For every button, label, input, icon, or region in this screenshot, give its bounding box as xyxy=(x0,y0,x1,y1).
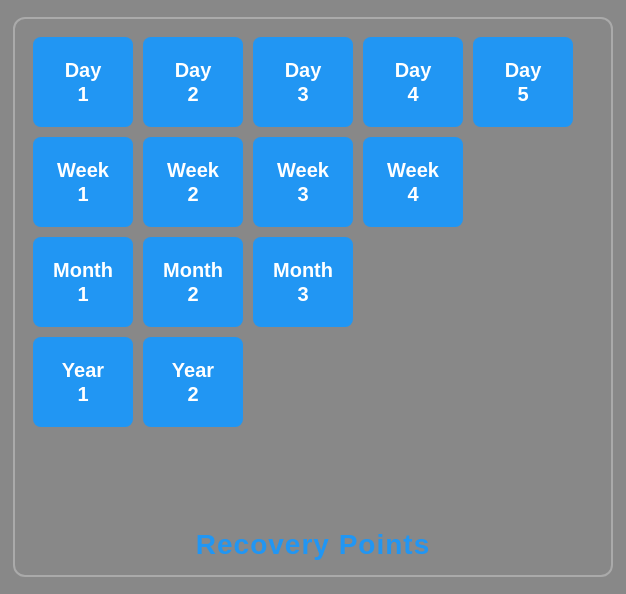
year2-tile[interactable]: Year2 xyxy=(143,337,243,427)
month2-line2: 2 xyxy=(187,282,198,306)
weeks-row: Week1Week2Week3Week4 xyxy=(33,137,593,227)
week1-line1: Week xyxy=(57,158,109,182)
year1-line1: Year xyxy=(62,358,104,382)
recovery-points-card: Day1Day2Day3Day4Day5Week1Week2Week3Week4… xyxy=(13,17,613,577)
day4-line2: 4 xyxy=(407,82,418,106)
months-row: Month1Month2Month3 xyxy=(33,237,593,327)
week1-tile[interactable]: Week1 xyxy=(33,137,133,227)
week3-line2: 3 xyxy=(297,182,308,206)
day1-line1: Day xyxy=(65,58,102,82)
day3-tile[interactable]: Day3 xyxy=(253,37,353,127)
year2-line2: 2 xyxy=(187,382,198,406)
day3-line2: 3 xyxy=(297,82,308,106)
tiles-grid: Day1Day2Day3Day4Day5Week1Week2Week3Week4… xyxy=(33,37,593,519)
day4-line1: Day xyxy=(395,58,432,82)
month2-tile[interactable]: Month2 xyxy=(143,237,243,327)
week3-line1: Week xyxy=(277,158,329,182)
day5-line2: 5 xyxy=(517,82,528,106)
day2-line2: 2 xyxy=(187,82,198,106)
day3-line1: Day xyxy=(285,58,322,82)
year2-line1: Year xyxy=(172,358,214,382)
week3-tile[interactable]: Week3 xyxy=(253,137,353,227)
week4-line1: Week xyxy=(387,158,439,182)
month3-line1: Month xyxy=(273,258,333,282)
month1-line1: Month xyxy=(53,258,113,282)
day2-tile[interactable]: Day2 xyxy=(143,37,243,127)
day5-line1: Day xyxy=(505,58,542,82)
day5-tile[interactable]: Day5 xyxy=(473,37,573,127)
month1-tile[interactable]: Month1 xyxy=(33,237,133,327)
week4-line2: 4 xyxy=(407,182,418,206)
month3-tile[interactable]: Month3 xyxy=(253,237,353,327)
month2-line1: Month xyxy=(163,258,223,282)
week2-line1: Week xyxy=(167,158,219,182)
day4-tile[interactable]: Day4 xyxy=(363,37,463,127)
year1-tile[interactable]: Year1 xyxy=(33,337,133,427)
week2-line2: 2 xyxy=(187,182,198,206)
day1-tile[interactable]: Day1 xyxy=(33,37,133,127)
day2-line1: Day xyxy=(175,58,212,82)
week1-line2: 1 xyxy=(77,182,88,206)
week2-tile[interactable]: Week2 xyxy=(143,137,243,227)
year1-line2: 1 xyxy=(77,382,88,406)
month3-line2: 3 xyxy=(297,282,308,306)
years-row: Year1Year2 xyxy=(33,337,593,427)
day1-line2: 1 xyxy=(77,82,88,106)
days-row: Day1Day2Day3Day4Day5 xyxy=(33,37,593,127)
month1-line2: 1 xyxy=(77,282,88,306)
card-title: Recovery Points xyxy=(196,519,430,565)
week4-tile[interactable]: Week4 xyxy=(363,137,463,227)
